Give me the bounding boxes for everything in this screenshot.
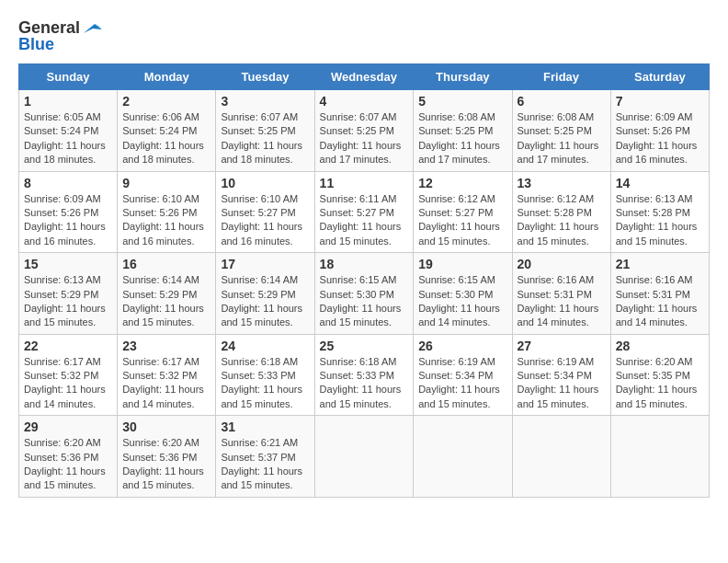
- day-number: 23: [122, 339, 210, 353]
- day-number: 31: [221, 419, 309, 434]
- day-number: 17: [221, 257, 309, 271]
- day-cell: 31 Sunrise: 6:21 AM Sunset: 5:37 PM Dayl…: [216, 416, 314, 498]
- day-cell: 17 Sunrise: 6:14 AM Sunset: 5:29 PM Dayl…: [216, 253, 314, 335]
- day-number: 19: [418, 257, 506, 271]
- day-info: Sunrise: 6:08 AM Sunset: 5:25 PM Dayligh…: [418, 110, 506, 167]
- day-info: Sunrise: 6:21 AM Sunset: 5:37 PM Dayligh…: [221, 436, 309, 493]
- day-info: Sunrise: 6:10 AM Sunset: 5:27 PM Dayligh…: [221, 192, 309, 249]
- day-number: 7: [616, 94, 704, 109]
- day-info: Sunrise: 6:10 AM Sunset: 5:26 PM Dayligh…: [122, 192, 210, 249]
- day-cell: 22 Sunrise: 6:17 AM Sunset: 5:32 PM Dayl…: [19, 334, 118, 416]
- day-number: 1: [24, 94, 112, 109]
- day-number: 28: [616, 339, 704, 353]
- day-info: Sunrise: 6:13 AM Sunset: 5:28 PM Dayligh…: [616, 192, 704, 249]
- day-info: Sunrise: 6:20 AM Sunset: 5:35 PM Dayligh…: [616, 355, 704, 412]
- day-info: Sunrise: 6:14 AM Sunset: 5:29 PM Dayligh…: [122, 273, 210, 330]
- day-info: Sunrise: 6:16 AM Sunset: 5:31 PM Dayligh…: [616, 273, 704, 330]
- day-cell: 26 Sunrise: 6:19 AM Sunset: 5:34 PM Dayl…: [414, 334, 512, 416]
- day-cell: 11 Sunrise: 6:11 AM Sunset: 5:27 PM Dayl…: [314, 171, 414, 253]
- day-number: 29: [24, 419, 112, 434]
- day-cell: 5 Sunrise: 6:08 AM Sunset: 5:25 PM Dayli…: [414, 90, 512, 172]
- day-info: Sunrise: 6:17 AM Sunset: 5:32 PM Dayligh…: [24, 355, 112, 412]
- day-cell: 28 Sunrise: 6:20 AM Sunset: 5:35 PM Dayl…: [610, 334, 709, 416]
- day-cell: 10 Sunrise: 6:10 AM Sunset: 5:27 PM Dayl…: [216, 171, 314, 253]
- header-row: SundayMondayTuesdayWednesdayThursdayFrid…: [19, 64, 710, 90]
- day-cell: 18 Sunrise: 6:15 AM Sunset: 5:30 PM Dayl…: [314, 253, 414, 335]
- col-header-sunday: Sunday: [19, 64, 118, 90]
- day-cell: 16 Sunrise: 6:14 AM Sunset: 5:29 PM Dayl…: [118, 253, 216, 335]
- col-header-thursday: Thursday: [414, 64, 512, 90]
- day-info: Sunrise: 6:17 AM Sunset: 5:32 PM Dayligh…: [122, 355, 210, 412]
- day-info: Sunrise: 6:20 AM Sunset: 5:36 PM Dayligh…: [122, 436, 210, 493]
- day-number: 22: [24, 339, 112, 353]
- week-row-5: 29 Sunrise: 6:20 AM Sunset: 5:36 PM Dayl…: [19, 416, 710, 498]
- day-number: 8: [24, 176, 112, 190]
- day-cell: 20 Sunrise: 6:16 AM Sunset: 5:31 PM Dayl…: [512, 253, 610, 335]
- day-cell: 30 Sunrise: 6:20 AM Sunset: 5:36 PM Dayl…: [118, 416, 216, 498]
- col-header-friday: Friday: [512, 64, 610, 90]
- day-number: 30: [122, 419, 210, 434]
- week-row-4: 22 Sunrise: 6:17 AM Sunset: 5:32 PM Dayl…: [19, 334, 710, 416]
- day-cell: 24 Sunrise: 6:18 AM Sunset: 5:33 PM Dayl…: [216, 334, 314, 416]
- day-cell: 4 Sunrise: 6:07 AM Sunset: 5:25 PM Dayli…: [314, 90, 414, 172]
- day-number: 26: [418, 339, 506, 353]
- day-info: Sunrise: 6:08 AM Sunset: 5:25 PM Dayligh…: [518, 110, 606, 167]
- day-cell: 8 Sunrise: 6:09 AM Sunset: 5:26 PM Dayli…: [19, 171, 118, 253]
- logo: General Blue: [18, 18, 102, 54]
- day-cell: 12 Sunrise: 6:12 AM Sunset: 5:27 PM Dayl…: [414, 171, 512, 253]
- logo-wing-icon: [82, 20, 102, 37]
- day-info: Sunrise: 6:19 AM Sunset: 5:34 PM Dayligh…: [518, 355, 606, 412]
- svg-marker-0: [84, 24, 102, 33]
- day-info: Sunrise: 6:19 AM Sunset: 5:34 PM Dayligh…: [418, 355, 506, 412]
- col-header-wednesday: Wednesday: [314, 64, 414, 90]
- day-number: 15: [24, 257, 112, 271]
- day-number: 4: [320, 94, 409, 109]
- day-cell: 6 Sunrise: 6:08 AM Sunset: 5:25 PM Dayli…: [512, 90, 610, 172]
- calendar-table: SundayMondayTuesdayWednesdayThursdayFrid…: [18, 63, 710, 498]
- day-number: 5: [418, 94, 506, 109]
- day-number: 25: [320, 339, 409, 353]
- day-info: Sunrise: 6:12 AM Sunset: 5:28 PM Dayligh…: [518, 192, 606, 249]
- day-number: 11: [320, 176, 409, 190]
- day-number: 18: [320, 257, 409, 271]
- day-number: 20: [518, 257, 606, 271]
- day-info: Sunrise: 6:18 AM Sunset: 5:33 PM Dayligh…: [221, 355, 309, 412]
- logo-container: General Blue: [18, 18, 102, 54]
- day-cell: 2 Sunrise: 6:06 AM Sunset: 5:24 PM Dayli…: [118, 90, 216, 172]
- day-info: Sunrise: 6:09 AM Sunset: 5:26 PM Dayligh…: [24, 192, 112, 249]
- day-info: Sunrise: 6:07 AM Sunset: 5:25 PM Dayligh…: [320, 110, 409, 167]
- day-number: 16: [122, 257, 210, 271]
- day-cell: [610, 416, 709, 498]
- day-cell: 3 Sunrise: 6:07 AM Sunset: 5:25 PM Dayli…: [216, 90, 314, 172]
- day-cell: 13 Sunrise: 6:12 AM Sunset: 5:28 PM Dayl…: [512, 171, 610, 253]
- day-number: 9: [122, 176, 210, 190]
- day-info: Sunrise: 6:15 AM Sunset: 5:30 PM Dayligh…: [320, 273, 409, 330]
- day-number: 10: [221, 176, 309, 190]
- col-header-monday: Monday: [118, 64, 216, 90]
- week-row-3: 15 Sunrise: 6:13 AM Sunset: 5:29 PM Dayl…: [19, 253, 710, 335]
- day-cell: 1 Sunrise: 6:05 AM Sunset: 5:24 PM Dayli…: [19, 90, 118, 172]
- col-header-saturday: Saturday: [610, 64, 709, 90]
- day-number: 24: [221, 339, 309, 353]
- day-info: Sunrise: 6:13 AM Sunset: 5:29 PM Dayligh…: [24, 273, 112, 330]
- week-row-1: 1 Sunrise: 6:05 AM Sunset: 5:24 PM Dayli…: [19, 90, 710, 172]
- day-info: Sunrise: 6:09 AM Sunset: 5:26 PM Dayligh…: [616, 110, 704, 167]
- day-cell: 21 Sunrise: 6:16 AM Sunset: 5:31 PM Dayl…: [610, 253, 709, 335]
- week-row-2: 8 Sunrise: 6:09 AM Sunset: 5:26 PM Dayli…: [19, 171, 710, 253]
- day-cell: 25 Sunrise: 6:18 AM Sunset: 5:33 PM Dayl…: [314, 334, 414, 416]
- day-info: Sunrise: 6:06 AM Sunset: 5:24 PM Dayligh…: [122, 110, 210, 167]
- day-cell: [314, 416, 414, 498]
- day-number: 6: [518, 94, 606, 109]
- day-info: Sunrise: 6:11 AM Sunset: 5:27 PM Dayligh…: [320, 192, 409, 249]
- day-number: 27: [518, 339, 606, 353]
- day-cell: 19 Sunrise: 6:15 AM Sunset: 5:30 PM Dayl…: [414, 253, 512, 335]
- day-cell: [414, 416, 512, 498]
- day-cell: 27 Sunrise: 6:19 AM Sunset: 5:34 PM Dayl…: [512, 334, 610, 416]
- day-number: 2: [122, 94, 210, 109]
- logo-text-block: General Blue: [18, 18, 102, 54]
- day-cell: 29 Sunrise: 6:20 AM Sunset: 5:36 PM Dayl…: [19, 416, 118, 498]
- day-cell: 9 Sunrise: 6:10 AM Sunset: 5:26 PM Dayli…: [118, 171, 216, 253]
- day-info: Sunrise: 6:07 AM Sunset: 5:25 PM Dayligh…: [221, 110, 309, 167]
- day-info: Sunrise: 6:14 AM Sunset: 5:29 PM Dayligh…: [221, 273, 309, 330]
- day-cell: 7 Sunrise: 6:09 AM Sunset: 5:26 PM Dayli…: [610, 90, 709, 172]
